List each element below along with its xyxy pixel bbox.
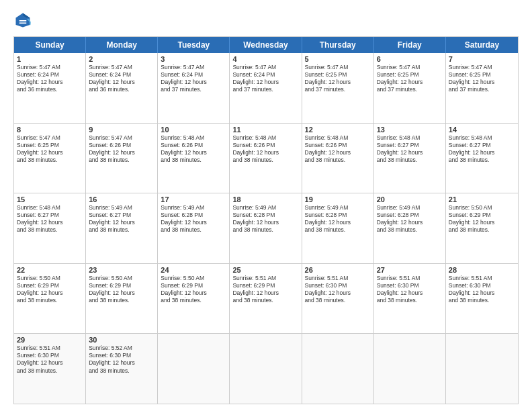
cell-info: Sunrise: 5:50 AM Sunset: 6:29 PM Dayligh… (161, 275, 226, 304)
cell-info: Sunrise: 5:48 AM Sunset: 6:26 PM Dayligh… (305, 134, 371, 164)
calendar-row-1: 8Sunrise: 5:47 AM Sunset: 6:25 PM Daylig… (14, 124, 518, 194)
cell-info: Sunrise: 5:48 AM Sunset: 6:27 PM Dayligh… (449, 134, 515, 164)
cell-info: Sunrise: 5:48 AM Sunset: 6:26 PM Dayligh… (232, 134, 298, 164)
calendar-cell-17: 17Sunrise: 5:49 AM Sunset: 6:28 PM Dayli… (158, 193, 230, 263)
cell-info: Sunrise: 5:47 AM Sunset: 6:24 PM Dayligh… (17, 64, 83, 93)
day-number: 23 (89, 266, 154, 274)
calendar-row-2: 15Sunrise: 5:48 AM Sunset: 6:27 PM Dayli… (14, 193, 518, 264)
calendar-cell-empty (230, 334, 302, 404)
logo-icon (13, 11, 32, 30)
cell-info: Sunrise: 5:47 AM Sunset: 6:26 PM Dayligh… (89, 134, 154, 164)
header-day-monday: Monday (86, 37, 158, 53)
calendar-row-3: 22Sunrise: 5:50 AM Sunset: 6:29 PM Dayli… (14, 264, 518, 334)
calendar-cell-empty (374, 334, 446, 404)
calendar-cell-15: 15Sunrise: 5:48 AM Sunset: 6:27 PM Dayli… (14, 193, 86, 263)
calendar-cell-11: 11Sunrise: 5:48 AM Sunset: 6:26 PM Dayli… (230, 124, 302, 193)
cell-info: Sunrise: 5:50 AM Sunset: 6:29 PM Dayligh… (449, 204, 515, 234)
day-number: 7 (449, 55, 515, 63)
svg-rect-2 (19, 20, 27, 21)
day-number: 15 (17, 195, 83, 203)
calendar-cell-13: 13Sunrise: 5:48 AM Sunset: 6:27 PM Dayli… (374, 124, 446, 193)
cell-info: Sunrise: 5:47 AM Sunset: 6:25 PM Dayligh… (17, 134, 83, 164)
cell-info: Sunrise: 5:49 AM Sunset: 6:27 PM Dayligh… (89, 204, 154, 234)
calendar-cell-26: 26Sunrise: 5:51 AM Sunset: 6:30 PM Dayli… (302, 264, 374, 334)
day-number: 9 (89, 126, 154, 134)
calendar-cell-16: 16Sunrise: 5:49 AM Sunset: 6:27 PM Dayli… (86, 193, 158, 263)
day-number: 8 (17, 126, 83, 134)
calendar-cell-4: 4Sunrise: 5:47 AM Sunset: 6:24 PM Daylig… (230, 53, 302, 123)
day-number: 28 (449, 266, 515, 274)
calendar-cell-28: 28Sunrise: 5:51 AM Sunset: 6:30 PM Dayli… (446, 264, 518, 334)
calendar-cell-22: 22Sunrise: 5:50 AM Sunset: 6:29 PM Dayli… (14, 264, 86, 334)
day-number: 24 (161, 266, 226, 274)
calendar-cell-5: 5Sunrise: 5:47 AM Sunset: 6:25 PM Daylig… (302, 53, 374, 123)
calendar-cell-9: 9Sunrise: 5:47 AM Sunset: 6:26 PM Daylig… (86, 124, 158, 193)
calendar-cell-19: 19Sunrise: 5:49 AM Sunset: 6:28 PM Dayli… (302, 193, 374, 263)
calendar-body: 1Sunrise: 5:47 AM Sunset: 6:24 PM Daylig… (14, 53, 518, 404)
calendar-cell-6: 6Sunrise: 5:47 AM Sunset: 6:25 PM Daylig… (374, 53, 446, 123)
calendar-row-4: 29Sunrise: 5:51 AM Sunset: 6:30 PM Dayli… (14, 334, 518, 404)
calendar-cell-3: 3Sunrise: 5:47 AM Sunset: 6:24 PM Daylig… (158, 53, 230, 123)
header-day-wednesday: Wednesday (230, 37, 302, 53)
calendar-cell-30: 30Sunrise: 5:52 AM Sunset: 6:30 PM Dayli… (86, 334, 158, 404)
cell-info: Sunrise: 5:48 AM Sunset: 6:26 PM Dayligh… (161, 134, 226, 164)
header-day-saturday: Saturday (446, 37, 518, 53)
calendar-row-0: 1Sunrise: 5:47 AM Sunset: 6:24 PM Daylig… (14, 53, 518, 124)
header (13, 11, 519, 30)
calendar-cell-empty (446, 334, 518, 404)
day-number: 14 (449, 126, 515, 134)
calendar-cell-20: 20Sunrise: 5:49 AM Sunset: 6:28 PM Dayli… (374, 193, 446, 263)
cell-info: Sunrise: 5:47 AM Sunset: 6:24 PM Dayligh… (232, 64, 298, 93)
day-number: 3 (161, 55, 226, 63)
day-number: 21 (449, 195, 515, 203)
svg-rect-3 (19, 23, 27, 24)
cell-info: Sunrise: 5:49 AM Sunset: 6:28 PM Dayligh… (232, 204, 298, 234)
calendar-cell-23: 23Sunrise: 5:50 AM Sunset: 6:29 PM Dayli… (86, 264, 158, 334)
calendar-cell-7: 7Sunrise: 5:47 AM Sunset: 6:25 PM Daylig… (446, 53, 518, 123)
calendar-cell-18: 18Sunrise: 5:49 AM Sunset: 6:28 PM Dayli… (230, 193, 302, 263)
day-number: 19 (305, 195, 371, 203)
day-number: 18 (232, 195, 298, 203)
cell-info: Sunrise: 5:47 AM Sunset: 6:24 PM Dayligh… (161, 64, 226, 93)
header-day-friday: Friday (374, 37, 446, 53)
calendar-cell-29: 29Sunrise: 5:51 AM Sunset: 6:30 PM Dayli… (14, 334, 86, 404)
day-number: 25 (232, 266, 298, 274)
day-number: 11 (232, 126, 298, 134)
cell-info: Sunrise: 5:49 AM Sunset: 6:28 PM Dayligh… (305, 204, 371, 234)
calendar-cell-10: 10Sunrise: 5:48 AM Sunset: 6:26 PM Dayli… (158, 124, 230, 193)
cell-info: Sunrise: 5:51 AM Sunset: 6:29 PM Dayligh… (232, 275, 298, 304)
day-number: 29 (17, 336, 83, 344)
day-number: 5 (305, 55, 371, 63)
cell-info: Sunrise: 5:47 AM Sunset: 6:25 PM Dayligh… (377, 64, 443, 93)
calendar-cell-2: 2Sunrise: 5:47 AM Sunset: 6:24 PM Daylig… (86, 53, 158, 123)
calendar-cell-empty (302, 334, 374, 404)
cell-info: Sunrise: 5:49 AM Sunset: 6:28 PM Dayligh… (161, 204, 226, 234)
header-day-tuesday: Tuesday (158, 37, 230, 53)
cell-info: Sunrise: 5:51 AM Sunset: 6:30 PM Dayligh… (305, 275, 371, 304)
calendar-cell-24: 24Sunrise: 5:50 AM Sunset: 6:29 PM Dayli… (158, 264, 230, 334)
calendar-cell-1: 1Sunrise: 5:47 AM Sunset: 6:24 PM Daylig… (14, 53, 86, 123)
cell-info: Sunrise: 5:50 AM Sunset: 6:29 PM Dayligh… (17, 275, 83, 304)
cell-info: Sunrise: 5:47 AM Sunset: 6:25 PM Dayligh… (305, 64, 371, 93)
calendar-cell-25: 25Sunrise: 5:51 AM Sunset: 6:29 PM Dayli… (230, 264, 302, 334)
cell-info: Sunrise: 5:51 AM Sunset: 6:30 PM Dayligh… (377, 275, 443, 304)
day-number: 30 (89, 336, 154, 344)
cell-info: Sunrise: 5:48 AM Sunset: 6:27 PM Dayligh… (377, 134, 443, 164)
calendar-cell-27: 27Sunrise: 5:51 AM Sunset: 6:30 PM Dayli… (374, 264, 446, 334)
cell-info: Sunrise: 5:52 AM Sunset: 6:30 PM Dayligh… (89, 345, 154, 374)
day-number: 16 (89, 195, 154, 203)
day-number: 17 (161, 195, 226, 203)
header-day-sunday: Sunday (14, 37, 86, 53)
day-number: 20 (377, 195, 443, 203)
cell-info: Sunrise: 5:51 AM Sunset: 6:30 PM Dayligh… (449, 275, 515, 304)
cell-info: Sunrise: 5:49 AM Sunset: 6:28 PM Dayligh… (377, 204, 443, 234)
day-number: 6 (377, 55, 443, 63)
day-number: 22 (17, 266, 83, 274)
day-number: 12 (305, 126, 371, 134)
cell-info: Sunrise: 5:50 AM Sunset: 6:29 PM Dayligh… (89, 275, 154, 304)
calendar-cell-12: 12Sunrise: 5:48 AM Sunset: 6:26 PM Dayli… (302, 124, 374, 193)
page: SundayMondayTuesdayWednesdayThursdayFrid… (0, 0, 532, 411)
day-number: 10 (161, 126, 226, 134)
day-number: 13 (377, 126, 443, 134)
calendar-cell-14: 14Sunrise: 5:48 AM Sunset: 6:27 PM Dayli… (446, 124, 518, 193)
